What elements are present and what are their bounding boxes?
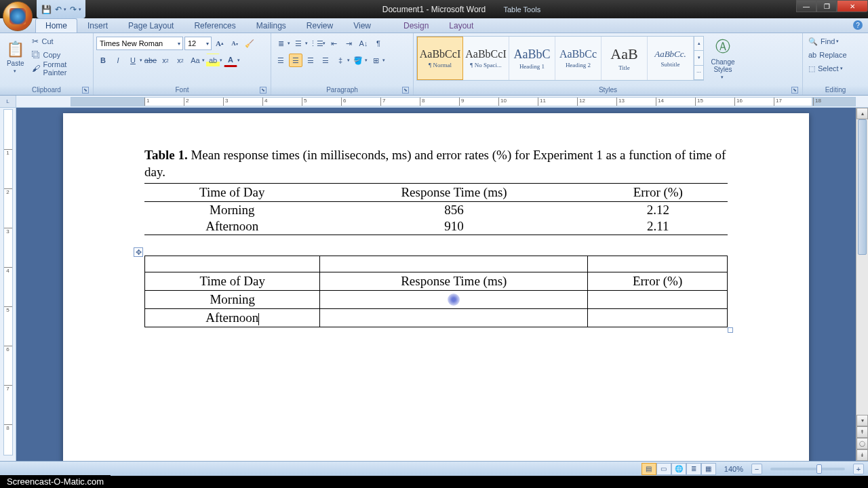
table-cell[interactable] [320,256,588,272]
copy-button[interactable]: ⿻Copy [29,48,90,62]
select-button[interactable]: ⬚Select ▾ [806,62,860,75]
indent-increase-button[interactable]: ⇥ [342,37,355,50]
justify-button[interactable]: ☰ [319,54,332,67]
table-resize-handle-icon[interactable] [728,327,733,333]
underline-dropdown-icon[interactable]: ▾ [140,58,142,63]
shading-dropdown-icon[interactable]: ▾ [365,58,368,63]
vertical-ruler[interactable]: 123456789 [0,108,16,461]
table-move-handle-icon[interactable]: ✥ [134,247,143,257]
full-screen-view-button[interactable]: ▭ [656,463,671,475]
multilevel-button[interactable]: ⋮☰ [309,37,323,50]
zoom-slider[interactable] [770,468,845,470]
scroll-up-icon[interactable]: ▴ [856,108,868,119]
bullets-dropdown-icon[interactable]: ▾ [288,41,290,46]
zoom-level[interactable]: 140% [724,465,743,473]
font-launcher-icon[interactable]: ⬊ [260,87,267,94]
paste-dropdown-icon[interactable]: ▾ [14,68,16,74]
qat-customize-icon[interactable]: ▾ [79,7,81,12]
align-right-button[interactable]: ☰ [304,54,317,67]
gallery-up-icon[interactable]: ▴ [694,37,703,51]
table-cell[interactable] [320,291,588,309]
tab-view[interactable]: View [343,18,381,33]
tab-insert[interactable]: Insert [77,18,118,33]
clear-formatting-button[interactable]: 🧹 [243,37,256,50]
align-left-button[interactable]: ☰ [274,54,288,67]
superscript-button[interactable]: x2 [174,54,187,67]
horizontal-ruler[interactable]: 123456789101112131415161718 [71,97,856,106]
styles-gallery[interactable]: AaBbCcI¶ Normal AaBbCcI¶ No Spaci... AaB… [416,36,704,81]
style-title[interactable]: AaBTitle [601,37,648,80]
find-button[interactable]: 🔍Find ▾ [806,35,860,48]
save-icon[interactable]: 💾 [41,4,52,15]
table-row[interactable]: Time of Day Response Time (ms) Error (%) [145,272,728,291]
sort-button[interactable]: A↓ [357,37,370,50]
grow-font-button[interactable]: A▴ [213,37,226,50]
table-cell[interactable] [588,309,728,327]
italic-button[interactable]: I [111,54,125,67]
numbering-dropdown-icon[interactable]: ▾ [305,41,308,46]
web-layout-view-button[interactable]: 🌐 [671,463,686,475]
find-dropdown-icon[interactable]: ▾ [836,39,839,44]
table-cell[interactable] [145,256,320,272]
paragraph-launcher-icon[interactable]: ⬊ [402,87,409,94]
table-cell[interactable] [320,309,588,327]
gallery-more-icon[interactable]: ⋯ [694,66,703,80]
style-heading2[interactable]: AaBbCcHeading 2 [555,37,601,80]
table-row[interactable]: Morning [145,291,728,309]
editing-table[interactable]: Time of Day Response Time (ms) Error (%)… [144,256,728,327]
zoom-out-button[interactable]: − [751,464,762,474]
borders-dropdown-icon[interactable]: ▾ [382,58,385,63]
table-cell[interactable]: Time of Day [145,272,320,291]
tab-mailings[interactable]: Mailings [246,18,296,33]
line-spacing-button[interactable]: ‡ [334,54,347,67]
multilevel-dropdown-icon[interactable]: ▾ [323,41,326,46]
highlight-dropdown-icon[interactable]: ▾ [220,58,222,63]
table-cell[interactable]: Morning [145,291,320,309]
change-case-button[interactable]: Aa [189,54,202,67]
undo-icon[interactable]: ↶ [53,4,64,15]
clipboard-launcher-icon[interactable]: ⬊ [82,87,89,94]
vertical-scrollbar[interactable]: ▴ ▾ ↟ ◯ ↡ [856,108,868,461]
table-cell[interactable] [588,291,728,309]
prev-page-icon[interactable]: ↟ [856,426,868,438]
page[interactable]: Table 1. Mean response times (in millise… [63,113,809,461]
change-styles-button[interactable]: Ⓐ Change Styles ▾ [707,36,739,81]
zoom-in-button[interactable]: + [853,464,864,474]
help-icon[interactable]: ? [853,20,863,30]
shrink-font-button[interactable]: A▾ [228,37,241,50]
paste-button[interactable]: 📋 Paste ▾ [3,35,28,79]
style-heading1[interactable]: AaBbCHeading 1 [509,37,555,80]
numbering-button[interactable]: ☰ [292,37,305,50]
table-cell[interactable]: Afternoon [145,309,320,327]
next-page-icon[interactable]: ↡ [856,449,868,461]
draft-view-button[interactable]: ▦ [701,463,716,475]
table-cell[interactable]: Error (%) [588,272,728,291]
select-dropdown-icon[interactable]: ▾ [840,66,843,71]
table-row[interactable]: Afternoon [145,309,728,327]
table-cell[interactable]: Response Time (ms) [320,272,588,291]
ruler-corner[interactable]: L [0,96,16,107]
align-center-button[interactable]: ☰ [289,54,302,67]
font-size-combo[interactable]: 12 [184,37,212,50]
styles-launcher-icon[interactable]: ⬊ [791,87,798,94]
outline-view-button[interactable]: ≣ [686,463,701,475]
bold-button[interactable]: B [96,54,110,67]
redo-icon[interactable]: ↷ [68,4,79,15]
undo-dropdown-icon[interactable]: ▾ [64,7,66,12]
style-normal[interactable]: AaBbCcI¶ Normal [417,37,463,80]
highlight-button[interactable]: ab [206,54,220,67]
subscript-button[interactable]: x2 [159,54,172,67]
tab-design[interactable]: Design [393,18,439,33]
bullets-button[interactable]: ≣ [274,37,288,50]
cut-button[interactable]: ✂Cut [29,35,90,48]
line-spacing-dropdown-icon[interactable]: ▾ [347,58,350,63]
zoom-thumb[interactable] [816,464,822,474]
tab-layout[interactable]: Layout [439,18,484,33]
close-button[interactable]: ✕ [837,0,868,12]
font-color-dropdown-icon[interactable]: ▾ [237,58,240,63]
scroll-thumb[interactable] [858,119,867,255]
tab-home[interactable]: Home [35,18,77,33]
minimize-button[interactable]: — [796,0,816,12]
replace-button[interactable]: abReplace [806,48,860,62]
underline-button[interactable]: U [126,54,140,67]
